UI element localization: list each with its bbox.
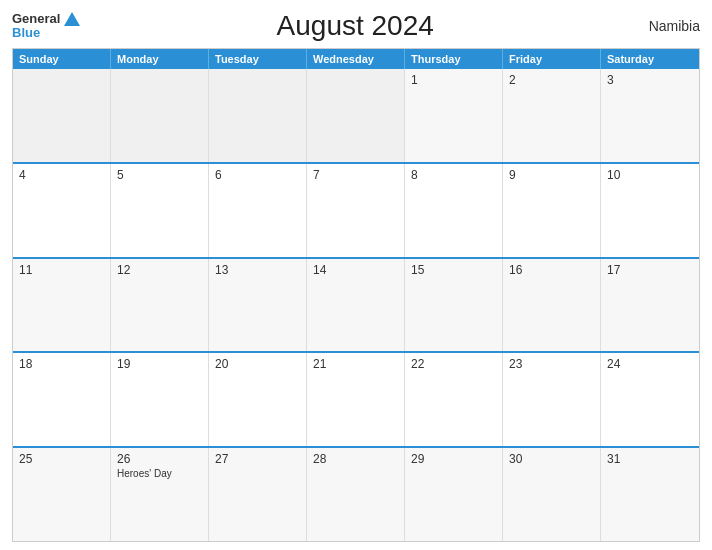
header-thursday: Thursday xyxy=(405,49,503,69)
day-cell-26: 26 Heroes' Day xyxy=(111,448,209,541)
day-cell-18: 18 xyxy=(13,353,111,446)
day-cell-28: 28 xyxy=(307,448,405,541)
day-cell-empty xyxy=(111,69,209,162)
week-row-4: 18 19 20 21 22 23 24 xyxy=(13,351,699,446)
day-cell-empty xyxy=(13,69,111,162)
week-row-5: 25 26 Heroes' Day 27 28 29 30 31 xyxy=(13,446,699,541)
day-cell-29: 29 xyxy=(405,448,503,541)
day-cell-13: 13 xyxy=(209,259,307,352)
header: General Blue August 2024 Namibia xyxy=(12,10,700,42)
day-cell-8: 8 xyxy=(405,164,503,257)
day-cell-12: 12 xyxy=(111,259,209,352)
logo-blue-text: Blue xyxy=(12,26,40,40)
day-cell-27: 27 xyxy=(209,448,307,541)
week-row-1: 1 2 3 xyxy=(13,69,699,162)
day-cell-22: 22 xyxy=(405,353,503,446)
day-cell-empty xyxy=(209,69,307,162)
logo-general-text: General xyxy=(12,12,60,26)
day-headers-row: Sunday Monday Tuesday Wednesday Thursday… xyxy=(13,49,699,69)
day-cell-16: 16 xyxy=(503,259,601,352)
day-cell-9: 9 xyxy=(503,164,601,257)
header-saturday: Saturday xyxy=(601,49,699,69)
heroes-day-event: Heroes' Day xyxy=(117,468,202,479)
day-cell-3: 3 xyxy=(601,69,699,162)
day-cell-7: 7 xyxy=(307,164,405,257)
country-label: Namibia xyxy=(630,18,700,34)
header-sunday: Sunday xyxy=(13,49,111,69)
weeks-container: 1 2 3 4 5 6 7 8 9 10 11 12 13 14 15 16 xyxy=(13,69,699,541)
day-cell-5: 5 xyxy=(111,164,209,257)
day-cell-10: 10 xyxy=(601,164,699,257)
day-cell-4: 4 xyxy=(13,164,111,257)
day-cell-1: 1 xyxy=(405,69,503,162)
week-row-2: 4 5 6 7 8 9 10 xyxy=(13,162,699,257)
week-row-3: 11 12 13 14 15 16 17 xyxy=(13,257,699,352)
header-tuesday: Tuesday xyxy=(209,49,307,69)
day-cell-30: 30 xyxy=(503,448,601,541)
day-cell-14: 14 xyxy=(307,259,405,352)
logo-triangle-icon xyxy=(64,12,80,26)
day-cell-21: 21 xyxy=(307,353,405,446)
day-cell-11: 11 xyxy=(13,259,111,352)
day-cell-25: 25 xyxy=(13,448,111,541)
day-cell-23: 23 xyxy=(503,353,601,446)
header-wednesday: Wednesday xyxy=(307,49,405,69)
header-monday: Monday xyxy=(111,49,209,69)
day-cell-empty xyxy=(307,69,405,162)
day-cell-6: 6 xyxy=(209,164,307,257)
day-cell-24: 24 xyxy=(601,353,699,446)
day-cell-31: 31 xyxy=(601,448,699,541)
header-friday: Friday xyxy=(503,49,601,69)
day-cell-15: 15 xyxy=(405,259,503,352)
day-cell-20: 20 xyxy=(209,353,307,446)
day-cell-2: 2 xyxy=(503,69,601,162)
calendar-grid: Sunday Monday Tuesday Wednesday Thursday… xyxy=(12,48,700,542)
calendar-page: General Blue August 2024 Namibia Sunday … xyxy=(0,0,712,550)
logo: General Blue xyxy=(12,12,80,41)
day-cell-17: 17 xyxy=(601,259,699,352)
calendar-title: August 2024 xyxy=(80,10,630,42)
day-cell-19: 19 xyxy=(111,353,209,446)
